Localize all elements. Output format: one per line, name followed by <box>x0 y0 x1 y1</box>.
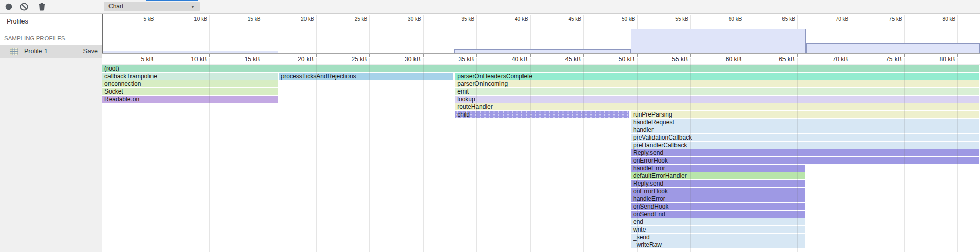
gridline <box>156 15 156 53</box>
toolbar-separator <box>32 3 32 11</box>
overview-tick-label: 70 kB <box>818 16 848 22</box>
gridline <box>583 58 584 252</box>
trash-icon[interactable] <box>37 2 47 11</box>
sidebar: Profiles SAMPLING PROFILES Profile 1 Sav… <box>0 14 102 252</box>
flame-bar-socket[interactable]: Socket <box>102 88 278 95</box>
sampling-profiles-section-label: SAMPLING PROFILES <box>4 35 66 41</box>
flame-bar-readable-on[interactable]: Readable.on <box>102 96 278 103</box>
flame-bar-parseronheaderscomplete[interactable]: parserOnHeadersComplete <box>455 73 979 80</box>
flame-bar-handleerror[interactable]: handleError <box>631 165 805 172</box>
overview-tick-label: 10 kB <box>177 16 207 22</box>
overview-tick-label: 25 kB <box>337 16 367 22</box>
record-icon[interactable] <box>4 2 13 11</box>
gridline <box>957 58 958 252</box>
ruler-tick-label: 15 kB <box>224 56 260 63</box>
flame-chart-rows: (root)callbackTrampolineprocessTicksAndR… <box>102 65 980 252</box>
overview-tick-label: 65 kB <box>765 16 795 22</box>
flame-bar-prehandlercallback[interactable]: preHandlerCallback <box>631 142 979 149</box>
flame-bar-reply-send[interactable]: Reply.send <box>631 149 979 156</box>
overview-tick-label: 15 kB <box>230 16 260 22</box>
overview-left-handle[interactable] <box>102 14 103 53</box>
profile-view-select-value: Chart <box>108 3 123 10</box>
toolbar: Chart ▼ <box>0 0 980 14</box>
flame-bar-reply-send[interactable]: Reply.send <box>631 180 805 187</box>
overview-memory-silhouette <box>631 29 806 53</box>
gridline <box>423 58 424 252</box>
ruler-tick-label: 75 kB <box>866 56 902 63</box>
chevron-down-icon: ▼ <box>191 2 195 12</box>
gridline <box>263 58 263 252</box>
panel-divider[interactable] <box>102 0 102 252</box>
ruler-tick-label: 70 kB <box>812 56 848 63</box>
gridline <box>369 15 370 53</box>
overview-pane[interactable]: 5 kB10 kB15 kB20 kB25 kB30 kB35 kB40 kB4… <box>102 14 980 54</box>
flame-bar-callbacktrampoline[interactable]: callbackTrampoline <box>102 73 278 80</box>
flame-chart-ruler[interactable]: 5 kB10 kB15 kB20 kB25 kB30 kB35 kB40 kB4… <box>102 54 980 65</box>
flame-bar-onconnection[interactable]: onconnection <box>102 80 278 87</box>
ruler-tick-label: 60 kB <box>705 56 741 63</box>
flame-bar-handlerequest[interactable]: handleRequest <box>631 119 979 126</box>
overview-tick-label: 80 kB <box>925 16 955 22</box>
ruler-tick-mark <box>156 54 156 57</box>
gridline <box>530 15 531 53</box>
flame-bar-onsendhook[interactable]: onSendHook <box>631 203 805 210</box>
ruler-tick-label: 50 kB <box>599 56 635 63</box>
ruler-tick-mark <box>690 54 691 57</box>
profile-view-select[interactable]: Chart ▼ <box>104 2 200 11</box>
ruler-tick-label: 65 kB <box>759 56 795 63</box>
flame-bar-prevalidationcallback[interactable]: preValidationCallback <box>631 134 979 141</box>
flame-bar-parseronincoming[interactable]: parserOnIncoming <box>455 80 979 87</box>
flame-bar-routehandler[interactable]: routeHandler <box>455 103 979 110</box>
gridline <box>209 58 210 252</box>
overview-tick-label: 40 kB <box>497 16 528 22</box>
flame-bar-onerrorhook[interactable]: onErrorHook <box>631 157 979 164</box>
overview-tick-label: 55 kB <box>658 16 688 22</box>
ruler-tick-mark <box>797 54 798 57</box>
active-tab-indicator <box>146 0 198 1</box>
ruler-tick-mark <box>957 54 958 57</box>
flame-bar-send[interactable]: _send <box>631 234 805 241</box>
flame-bar-runpreparsing[interactable]: runPreParsing <box>631 111 979 118</box>
flame-bar-handler[interactable]: handler <box>631 126 979 133</box>
ruler-tick-label: 10 kB <box>171 56 207 63</box>
flame-bar-defaulterrorhandler[interactable]: defaultErrorHandler <box>631 172 805 179</box>
gridline <box>530 58 531 252</box>
profile-save-link[interactable]: Save <box>83 48 98 55</box>
gridline <box>316 15 317 53</box>
flame-bar-emit[interactable]: emit <box>455 88 979 95</box>
flame-bar-onerrorhook[interactable]: onErrorHook <box>631 188 805 195</box>
memory-profiler-panel: Chart ▼ Profiles SAMPLING PROFILES Profi… <box>0 0 980 252</box>
ruler-tick-mark <box>530 54 531 57</box>
flame-bar-writeraw[interactable]: _writeRaw <box>631 241 805 248</box>
flame-bar-onsendend[interactable]: onSendEnd <box>631 211 805 218</box>
ruler-tick-mark <box>904 54 905 57</box>
gridline <box>476 15 477 53</box>
overview-tick-label: 20 kB <box>284 16 314 22</box>
overview-tick-label: 45 kB <box>551 16 581 22</box>
flame-bar-root[interactable]: (root) <box>102 65 979 72</box>
sidebar-item-profile-1[interactable]: Profile 1 Save <box>0 45 102 58</box>
gridline <box>263 15 263 53</box>
flame-bar-lookup[interactable]: lookup <box>455 96 979 103</box>
ruler-tick-mark <box>209 54 210 57</box>
flame-bar-end[interactable]: end <box>631 218 805 225</box>
clear-icon[interactable] <box>19 2 29 11</box>
ruler-tick-label: 55 kB <box>652 56 688 63</box>
ruler-tick-mark <box>423 54 424 57</box>
overview-tick-label: 5 kB <box>123 16 154 22</box>
ruler-tick-mark <box>369 54 370 57</box>
ruler-tick-mark <box>583 54 584 57</box>
ruler-tick-mark <box>263 54 263 57</box>
profile-name: Profile 1 <box>24 48 48 55</box>
flame-bar-handleerror[interactable]: handleError <box>631 195 805 202</box>
flame-bar-child[interactable]: child <box>455 111 629 118</box>
ruler-tick-label: 80 kB <box>919 56 955 63</box>
gridline <box>209 15 210 53</box>
flame-bar-processticksandrejections[interactable]: processTicksAndRejections <box>279 73 454 80</box>
ruler-tick-mark <box>744 54 744 57</box>
gridline <box>316 58 317 252</box>
flame-bar-write[interactable]: write_ <box>631 226 805 233</box>
gridline <box>369 58 370 252</box>
ruler-tick-label: 40 kB <box>492 56 528 63</box>
ruler-tick-label: 35 kB <box>438 56 474 63</box>
